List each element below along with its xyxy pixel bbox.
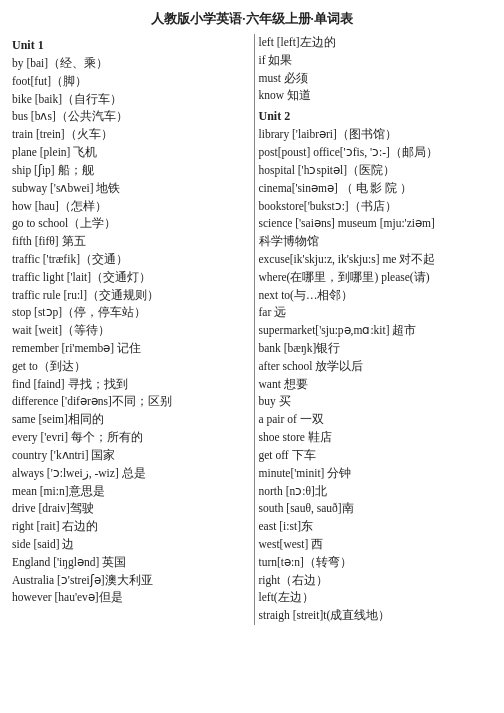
list-item: next to(与…相邻） (259, 287, 493, 305)
list-item: get off 下车 (259, 447, 493, 465)
list-item: same [seim]相同的 (12, 411, 246, 429)
list-item: post[poust] office['ɔfis, 'ɔ:-]（邮局） (259, 144, 493, 162)
list-item: train [trein]（火车） (12, 126, 246, 144)
list-item: England ['iŋglənd] 英国 (12, 554, 246, 572)
list-item: east [i:st]东 (259, 518, 493, 536)
list-item: plane [plein] 飞机 (12, 144, 246, 162)
list-item: must 必须 (259, 70, 493, 88)
list-item: fifth [fifθ] 第五 (12, 233, 246, 251)
list-item: bike [baik]（自行车） (12, 91, 246, 109)
list-item: supermarket['sju:pə,mɑ:kit] 超市 (259, 322, 493, 340)
list-item: by [bai]（经、乘） (12, 55, 246, 73)
list-item: north [nɔ:θ]北 (259, 483, 493, 501)
list-item: mean [mi:n]意思是 (12, 483, 246, 501)
list-item: left(左边） (259, 589, 493, 607)
list-item: remember [ri'membə] 记住 (12, 340, 246, 358)
list-item: a pair of 一双 (259, 411, 493, 429)
right-entries-unit1: left [left]左边的if 如果must 必须know 知道 (259, 34, 493, 105)
list-item: side [said] 边 (12, 536, 246, 554)
list-item: wait [weit]（等待） (12, 322, 246, 340)
list-item: west[west] 西 (259, 536, 493, 554)
list-item: cinema['sinəmə] （ 电 影 院 ） (259, 180, 493, 198)
list-item: straigh [streit]t(成直线地） (259, 607, 493, 625)
list-item: every ['evri] 每个；所有的 (12, 429, 246, 447)
list-item: how [hau]（怎样） (12, 198, 246, 216)
list-item: bank [bæŋk]银行 (259, 340, 493, 358)
left-entries: by [bai]（经、乘）foot[fut]（脚）bike [baik]（自行车… (12, 55, 246, 607)
right-column: left [left]左边的if 如果must 必须know 知道 Unit 2… (254, 34, 493, 625)
list-item: bus [bʌs]（公共汽车） (12, 108, 246, 126)
list-item: traffic light ['lait]（交通灯） (12, 269, 246, 287)
list-item: always ['ɔ:lweiز, -wiz] 总是 (12, 465, 246, 483)
list-item: ship [ʃip] 船；舰 (12, 162, 246, 180)
list-item: traffic ['træfik]（交通） (12, 251, 246, 269)
list-item: right（右边） (259, 572, 493, 590)
list-item: minute['minit] 分钟 (259, 465, 493, 483)
list-item: bookstore['bukstɔ:]（书店） (259, 198, 493, 216)
list-item: Australia [ɔ'streiʃə]澳大利亚 (12, 572, 246, 590)
list-item: get to（到达） (12, 358, 246, 376)
list-item: far 远 (259, 304, 493, 322)
list-item: find [faind] 寻找；找到 (12, 376, 246, 394)
unit1-title: Unit 1 (12, 38, 246, 53)
list-item: however [hau'evə]但是 (12, 589, 246, 607)
list-item: after school 放学以后 (259, 358, 493, 376)
list-item: if 如果 (259, 52, 493, 70)
list-item: traffic rule [ru:l]（交通规则） (12, 287, 246, 305)
list-item: turn[tə:n]（转弯） (259, 554, 493, 572)
list-item: science ['saiəns] museum [mju:'ziəm] (259, 215, 493, 233)
right-entries-unit2: library ['laibrəri]（图书馆）post[poust] offi… (259, 126, 493, 625)
left-column: Unit 1 by [bai]（经、乘）foot[fut]（脚）bike [ba… (12, 34, 254, 625)
list-item: 科学博物馆 (259, 233, 493, 251)
list-item: country ['kʌntri] 国家 (12, 447, 246, 465)
list-item: difference ['difərəns]不同；区别 (12, 393, 246, 411)
list-item: buy 买 (259, 393, 493, 411)
list-item: know 知道 (259, 87, 493, 105)
list-item: right [rait] 右边的 (12, 518, 246, 536)
list-item: left [left]左边的 (259, 34, 493, 52)
list-item: drive [draiv]驾驶 (12, 500, 246, 518)
list-item: foot[fut]（脚） (12, 73, 246, 91)
list-item: where(在哪里，到哪里) please(请) (259, 269, 493, 287)
unit2-title: Unit 2 (259, 109, 493, 124)
list-item: go to school（上学） (12, 215, 246, 233)
list-item: library ['laibrəri]（图书馆） (259, 126, 493, 144)
list-item: subway ['sʌbwei] 地铁 (12, 180, 246, 198)
list-item: stop [stɔp]（停，停车站） (12, 304, 246, 322)
list-item: want 想要 (259, 376, 493, 394)
list-item: hospital ['hɔspitəl]（医院） (259, 162, 493, 180)
page-title: 人教版小学英语·六年级上册·单词表 (12, 10, 492, 28)
list-item: shoe store 鞋店 (259, 429, 493, 447)
list-item: south [sauθ, sauð]南 (259, 500, 493, 518)
list-item: excuse[ik'skju:z, ik'skju:s] me 对不起 (259, 251, 493, 269)
